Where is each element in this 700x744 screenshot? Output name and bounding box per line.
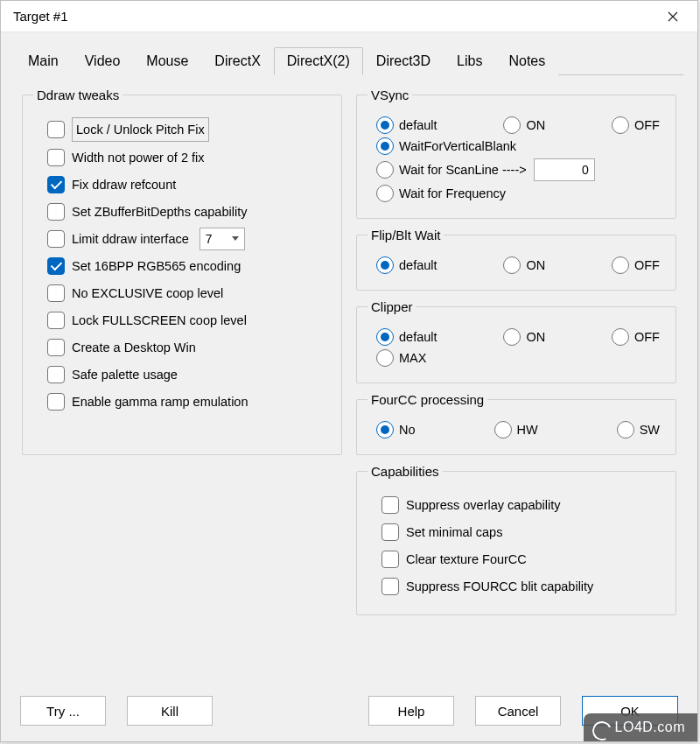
fourcc-radio-0[interactable] <box>376 421 394 439</box>
ddraw-checkbox-3[interactable] <box>47 203 65 221</box>
ddraw-checkbox-0[interactable] <box>47 121 65 138</box>
kill-button[interactable]: Kill <box>127 696 213 726</box>
ddraw-label-3[interactable]: Set ZBufferBitDepths capability <box>72 200 247 223</box>
tab-main[interactable]: Main <box>15 47 72 75</box>
caps-checkbox-1[interactable] <box>382 523 399 541</box>
clipper-max-option-0[interactable]: MAX <box>376 349 426 367</box>
left-column: Ddraw tweaks Lock / Unlock Pitch FixWidt… <box>22 88 342 624</box>
ddraw-checkbox-5[interactable] <box>47 257 65 275</box>
ddraw-row-0: Lock / Unlock Pitch Fix <box>47 117 331 142</box>
flip-radio-2[interactable] <box>612 256 629 274</box>
vsync-mode-radio-1[interactable] <box>503 116 521 134</box>
clipper-option-1[interactable]: ON <box>503 328 545 346</box>
ddraw-row-6: No EXCLUSIVE coop level <box>47 282 331 305</box>
vsync-freq-radio-0[interactable] <box>376 185 394 202</box>
vsync-mode-option-0[interactable]: default <box>376 116 438 134</box>
caps-row-3: Suppress FOURCC blit capability <box>382 575 665 598</box>
ddraw-select-4[interactable]: 7 <box>200 228 245 250</box>
clipper-max-radio-0[interactable] <box>376 349 394 367</box>
ddraw-checkbox-4[interactable] <box>47 230 65 248</box>
group-ddraw-tweaks: Ddraw tweaks Lock / Unlock Pitch FixWidt… <box>22 88 342 455</box>
ddraw-label-0[interactable]: Lock / Unlock Pitch Fix <box>72 117 209 142</box>
tab-bar: MainVideoMouseDirectXDirectX(2)Direct3DL… <box>15 46 683 75</box>
tab-mouse[interactable]: Mouse <box>133 47 201 75</box>
ddraw-checkbox-7[interactable] <box>47 312 65 329</box>
vsync-scanline-input[interactable] <box>534 158 595 181</box>
clipper-radio-2[interactable] <box>612 328 629 346</box>
group-flip-blt-wait: Flip/Blt Wait defaultONOFF <box>356 228 676 291</box>
vsync-mode-radio-2[interactable] <box>612 116 629 134</box>
ddraw-row-1: Width not power of 2 fix <box>47 146 331 169</box>
cancel-button[interactable]: Cancel <box>475 696 561 726</box>
flip-option-2[interactable]: OFF <box>612 256 660 274</box>
fourcc-option-1[interactable]: HW <box>494 421 538 439</box>
group-caps-legend: Capabilities <box>368 464 443 479</box>
ddraw-label-6[interactable]: No EXCLUSIVE coop level <box>72 282 223 305</box>
vsync-wait-option-0[interactable]: WaitForVerticalBlank <box>376 137 516 155</box>
flip-radio-0[interactable] <box>376 256 394 274</box>
vsync-mode-radio-label-2: OFF <box>634 118 660 132</box>
ddraw-checkbox-9[interactable] <box>47 366 65 383</box>
tab-directx[interactable]: DirectX <box>201 47 273 75</box>
fourcc-option-0[interactable]: No <box>376 421 416 439</box>
ddraw-checkbox-8[interactable] <box>47 339 65 356</box>
flip-radio-label-2: OFF <box>634 258 660 272</box>
ddraw-row-8: Create a Desktop Win <box>47 336 331 359</box>
help-button[interactable]: Help <box>368 696 454 726</box>
tab-notes[interactable]: Notes <box>495 47 558 75</box>
caps-label-0[interactable]: Suppress overlay capability <box>406 494 561 516</box>
vsync-freq-radio-label-0: Wait for Frequency <box>399 186 506 200</box>
titlebar: Target #1 <box>1 1 697 32</box>
caps-row-1: Set minimal caps <box>382 521 665 544</box>
ddraw-label-7[interactable]: Lock FULLSCREEN coop level <box>72 309 247 332</box>
vsync-scanline-radio-0[interactable] <box>376 161 394 179</box>
group-vsync-legend: VSync <box>368 88 412 102</box>
tab-video[interactable]: Video <box>72 47 134 75</box>
try-button[interactable]: Try ... <box>20 696 106 726</box>
flip-option-0[interactable]: default <box>376 256 438 274</box>
ddraw-label-2[interactable]: Fix ddraw refcount <box>72 173 176 196</box>
ddraw-label-1[interactable]: Width not power of 2 fix <box>72 146 205 169</box>
clipper-radio-0[interactable] <box>376 328 394 346</box>
tab-directx2[interactable]: DirectX(2) <box>274 47 363 75</box>
caps-label-1[interactable]: Set minimal caps <box>406 521 502 544</box>
clipper-option-0[interactable]: default <box>376 328 438 346</box>
caps-label-2[interactable]: Clear texture FourCC <box>406 548 527 571</box>
caps-checkbox-0[interactable] <box>382 496 399 514</box>
flip-radio-1[interactable] <box>503 256 521 274</box>
tab-libs[interactable]: Libs <box>444 47 495 75</box>
ddraw-label-4[interactable]: Limit ddraw interface <box>72 228 189 250</box>
vsync-mode-option-1[interactable]: ON <box>503 116 545 134</box>
window-title: Target #1 <box>13 9 68 24</box>
ddraw-label-10[interactable]: Enable gamma ramp emulation <box>72 390 248 413</box>
vsync-mode-radio-0[interactable] <box>376 116 394 134</box>
ddraw-checkbox-6[interactable] <box>47 284 65 302</box>
caps-row-0: Suppress overlay capability <box>382 494 665 516</box>
fourcc-radio-2[interactable] <box>617 421 634 439</box>
close-button[interactable] <box>657 4 689 29</box>
tab-direct3d[interactable]: Direct3D <box>363 47 444 75</box>
fourcc-option-2[interactable]: SW <box>617 421 660 439</box>
flip-radio-label-1: ON <box>526 258 545 272</box>
ddraw-row-4: Limit ddraw interface7 <box>47 228 331 250</box>
clipper-option-2[interactable]: OFF <box>612 328 660 346</box>
vsync-mode-radio-label-0: default <box>399 118 438 132</box>
ddraw-checkbox-10[interactable] <box>47 393 65 411</box>
flip-option-1[interactable]: ON <box>503 256 545 274</box>
ddraw-label-5[interactable]: Set 16BPP RGB565 encoding <box>72 255 241 277</box>
ddraw-checkbox-1[interactable] <box>47 149 65 166</box>
clipper-max-radio-label-0: MAX <box>399 351 426 365</box>
clipper-radio-label-1: ON <box>526 330 545 344</box>
caps-label-3[interactable]: Suppress FOURCC blit capability <box>406 575 593 598</box>
ddraw-label-8[interactable]: Create a Desktop Win <box>72 336 196 359</box>
caps-checkbox-2[interactable] <box>382 551 399 568</box>
vsync-mode-option-2[interactable]: OFF <box>612 116 660 134</box>
ddraw-checkbox-2[interactable] <box>47 176 65 193</box>
vsync-freq-option-0[interactable]: Wait for Frequency <box>376 185 506 202</box>
fourcc-radio-1[interactable] <box>494 421 512 439</box>
vsync-wait-radio-0[interactable] <box>376 137 394 155</box>
caps-checkbox-3[interactable] <box>382 578 399 595</box>
vsync-scanline-option-0[interactable]: Wait for ScanLine ----> <box>376 161 527 179</box>
ddraw-label-9[interactable]: Safe palette usage <box>72 363 178 386</box>
clipper-radio-1[interactable] <box>503 328 521 346</box>
